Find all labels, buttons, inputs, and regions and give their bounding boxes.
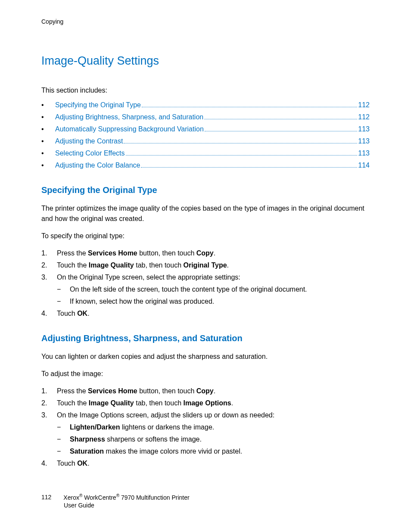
step-item: Touch the Image Quality tab, then touch …	[41, 260, 370, 271]
page-footer: 112 Xerox® WorkCentre® 7970 Multifunctio…	[41, 493, 190, 510]
step-item: On the Original Type screen, select the …	[41, 272, 370, 307]
section-heading: Adjusting Brightness, Sharpness, and Sat…	[41, 332, 370, 345]
toc-page[interactable]: 113	[358, 148, 370, 159]
toc-page[interactable]: 112	[358, 100, 370, 110]
toc-leader	[204, 119, 357, 119]
substep-item: On the left side of the screen, touch th…	[57, 284, 370, 295]
step-item: On the Image Options screen, adjust the …	[41, 410, 370, 457]
step-item: Touch the Image Quality tab, then touch …	[41, 398, 370, 408]
toc-leader	[141, 167, 357, 168]
step-item: Touch OK.	[41, 308, 370, 319]
body-text: You can lighten or darken copies and adj…	[41, 352, 370, 362]
steps-list: Press the Services Home button, then tou…	[41, 386, 370, 469]
toc-link[interactable]: Adjusting the Color Balance	[55, 160, 140, 171]
toc-link[interactable]: Specifying the Original Type	[55, 100, 141, 110]
toc-item: Adjusting the Color Balance 114	[41, 160, 370, 171]
step-item: Press the Services Home button, then tou…	[41, 248, 370, 258]
toc-page[interactable]: 112	[358, 112, 370, 122]
step-item: Press the Services Home button, then tou…	[41, 386, 370, 396]
step-item: Touch OK.	[41, 458, 370, 469]
substeps-list: Lighten/Darken lightens or darkens the i…	[57, 422, 370, 457]
lead-text: To adjust the image:	[41, 369, 370, 379]
substeps-list: On the left side of the screen, touch th…	[57, 284, 370, 307]
substep-item: Lighten/Darken lightens or darkens the i…	[57, 422, 370, 432]
toc-item: Selecting Color Effects 113	[41, 148, 370, 159]
toc-item: Adjusting the Contrast 113	[41, 136, 370, 146]
toc-page[interactable]: 113	[358, 136, 370, 146]
toc-page[interactable]: 113	[358, 124, 370, 134]
toc-leader	[124, 143, 357, 143]
toc-link[interactable]: Adjusting Brightness, Sharpness, and Sat…	[55, 112, 203, 122]
substep-item: If known, select how the original was pr…	[57, 296, 370, 307]
page-number: 112	[41, 493, 51, 501]
body-text: The printer optimizes the image quality …	[41, 203, 370, 224]
toc-link[interactable]: Adjusting the Contrast	[55, 136, 123, 146]
toc-leader	[142, 107, 357, 107]
running-header: Copying	[41, 17, 370, 26]
page-title: Image-Quality Settings	[41, 52, 370, 70]
toc-item: Adjusting Brightness, Sharpness, and Sat…	[41, 112, 370, 122]
steps-list: Press the Services Home button, then tou…	[41, 248, 370, 319]
substep-item: Sharpness sharpens or softens the image.	[57, 434, 370, 445]
toc-item: Specifying the Original Type 112	[41, 100, 370, 110]
toc-item: Automatically Suppressing Background Var…	[41, 124, 370, 134]
lead-text: To specify the original type:	[41, 231, 370, 241]
footer-line2: User Guide	[41, 501, 190, 510]
toc-leader	[126, 155, 358, 156]
footer-brand: Xerox® WorkCentre® 7970 Multifunction Pr…	[63, 493, 189, 502]
toc-leader	[205, 131, 358, 131]
intro-text: This section includes:	[41, 85, 370, 96]
toc-link[interactable]: Selecting Color Effects	[55, 148, 125, 159]
toc-page[interactable]: 114	[358, 160, 370, 171]
toc-link[interactable]: Automatically Suppressing Background Var…	[55, 124, 204, 134]
toc-list: Specifying the Original Type 112 Adjusti…	[41, 100, 370, 171]
substep-item: Saturation makes the image colors more v…	[57, 446, 370, 457]
section-heading: Specifying the Original Type	[41, 184, 370, 196]
